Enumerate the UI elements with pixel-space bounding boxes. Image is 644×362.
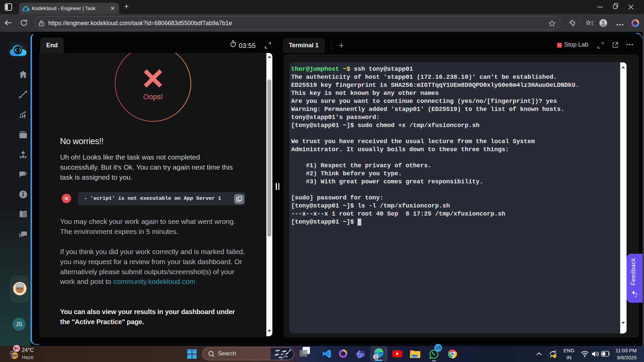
svg-text:Oops!: Oops!	[143, 93, 163, 101]
